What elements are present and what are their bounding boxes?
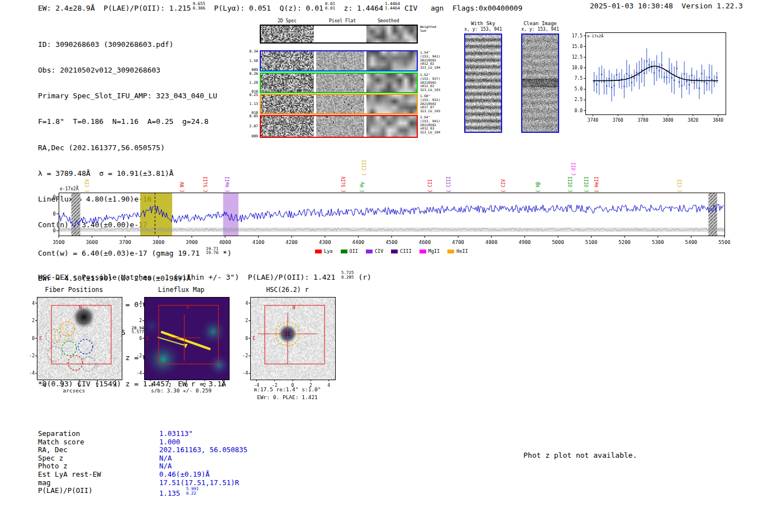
info-line: Obs: 20210502v012_3090268603 (38, 66, 231, 74)
table-row: RA, Dec202.161163, 56.050835 (38, 446, 101, 454)
table-row: P(LAE)/P(OII)1.135 5.9910.22 (38, 487, 101, 495)
strip-annotation: 1.54"(153, 941)20210502v012_02323_LU_104 (420, 51, 440, 70)
smoothed-image (366, 116, 417, 137)
spec2d-image (261, 116, 314, 137)
with-sky-coords: x, y: 153, 941 (461, 27, 506, 32)
col-header-smoothed: Smoothed (378, 18, 399, 23)
clean-image-title: Clean Image (518, 21, 562, 26)
row-label: Est LyA rest-EW (38, 470, 101, 478)
strip-annotation: 2.64"(153, 941)20210502v012_03323_LU_104 (420, 116, 440, 135)
table-row: Photo zN/A (38, 462, 101, 471)
line-fit-plot (565, 29, 730, 130)
row-label: mag (38, 478, 51, 487)
spectrum-legend: LyαOIICIVCIIIMgIIHeII (53, 248, 730, 254)
pixelflat-image (316, 74, 364, 92)
legend-swatch (391, 250, 398, 253)
hsc-match-summary: HSC-DEX : Possible Matches = 1 (within +… (38, 271, 371, 281)
strip-scale-labels: 0.341.58009 (247, 50, 258, 72)
fiber-xlabel: arcsecs (22, 387, 126, 394)
row-value: 0.46(±0.19)Å (159, 471, 209, 479)
legend-item: Lyα (315, 248, 332, 254)
row-label: Photo z (38, 462, 68, 470)
emission-line-marker: { OII (571, 162, 576, 176)
table-row: Separation1.03113" (38, 430, 101, 438)
legend-item: MgII (419, 248, 440, 254)
legend-swatch (447, 250, 454, 253)
row-value: 1.135 5.9910.22 (159, 487, 199, 497)
lineflux-sb-label: s/b: 3.30 +/- 0.259 (130, 387, 233, 394)
photz-note: Phot z plot not available. (523, 451, 637, 459)
timestamp-version: 2025-01-03 10:30:48 Version 1.22.3 (590, 2, 743, 10)
row-label: RA, Dec (38, 445, 68, 454)
smoothed-image (366, 74, 417, 92)
smoothed-image (366, 26, 417, 42)
legend-item: CIII (391, 248, 411, 254)
strip-scale-labels: 0.052.07009 (247, 114, 258, 138)
row-label: Separation (38, 429, 80, 438)
table-row: Match score1.000 (38, 438, 101, 447)
spec2d-strip-row (260, 115, 418, 138)
row-value: N/A (159, 462, 172, 471)
legend-swatch (366, 250, 373, 253)
strip-annotation: WeightedSum (420, 25, 436, 33)
clean-image-coords: x, y: 153, 941 (518, 27, 562, 32)
legend-item: OII (341, 248, 358, 254)
info-line: F=1.8" T=0.186 N=1.16 A=0.25 g=24.8 (38, 117, 231, 126)
spec2d-strip-row (260, 25, 418, 44)
clean-image (521, 33, 559, 133)
hsc-mag-label: m:17.5 re:1.4" s:1.0" (236, 386, 339, 392)
spec2d-image (261, 26, 314, 42)
pixelflat-image (316, 116, 364, 137)
summary-header: EW: 2.4±28.9Å P(LAE)/P(OII): 1.2159.6550… (38, 2, 522, 12)
table-row: mag17.51(17.51,17.51)R (38, 479, 101, 487)
match-table: Separation1.03113" Match score1.000 RA, … (38, 430, 101, 495)
strip-annotation: 1.60"(153, 932)20210502v017_07323_LU_103 (420, 94, 440, 113)
smoothed-image (366, 51, 417, 70)
spec2d-image (261, 74, 314, 92)
smoothed-image (366, 95, 417, 113)
table-row: Spec zN/A (38, 454, 101, 463)
pixelflat-image (316, 51, 364, 70)
legend-swatch (341, 250, 347, 253)
emission-line-marker: { CIII (362, 160, 367, 176)
strip-scale-labels: 0.251.13010 (247, 93, 258, 115)
row-value: 1.000 (159, 438, 180, 447)
lineflux-map-panel (130, 293, 233, 390)
spec2d-strip-row (260, 73, 418, 93)
fiber-positions-panel (22, 293, 126, 390)
row-label: P(LAE)/P(OII) (38, 486, 93, 495)
row-value: 1.03113" (159, 430, 193, 438)
strip-annotation: 1.62"(153, 937)20210502v012_02323_LU_103 (420, 73, 440, 92)
hsc-ewr-plae-label: EWr: 0. PLAE: 1.421 (236, 394, 339, 400)
with-sky-image (464, 33, 502, 133)
spec2d-strip-row (260, 50, 418, 71)
col-header-pixelflat: Pixel Flat (329, 18, 356, 23)
col-header-2dspec: 2D Spec (278, 18, 297, 23)
spec2d-image (261, 95, 314, 113)
pixelflat-image (316, 26, 364, 42)
legend-item: HeII (447, 248, 468, 254)
legend-swatch (419, 250, 426, 253)
strip-scale-labels: 0.261.28010 (247, 72, 258, 94)
spec2d-strip-row (260, 94, 418, 114)
info-line: Primary Spec_Slot_IFU_AMP: 323_043_040_L… (38, 92, 231, 100)
legend-swatch (315, 250, 322, 253)
row-value: 17.51(17.51,17.51)R (159, 479, 239, 487)
full-spectrum-plot (53, 184, 730, 255)
row-value: 202.161163, 56.050835 (159, 446, 247, 454)
spec2d-image (261, 51, 314, 70)
info-line: ID: 3090268603 (3090268603.pdf) (38, 40, 231, 49)
pixelflat-image (316, 95, 364, 113)
row-label: Spec z (38, 454, 63, 462)
table-row: Est LyA rest-EW0.46(±0.19)Å (38, 471, 101, 479)
with-sky-title: With Sky (461, 21, 506, 26)
hsc-cutout-panel (236, 293, 339, 390)
row-value: N/A (159, 454, 172, 463)
row-label: Match score (38, 438, 84, 446)
legend-item: CIV (366, 248, 383, 254)
strip-divider (260, 71, 418, 72)
